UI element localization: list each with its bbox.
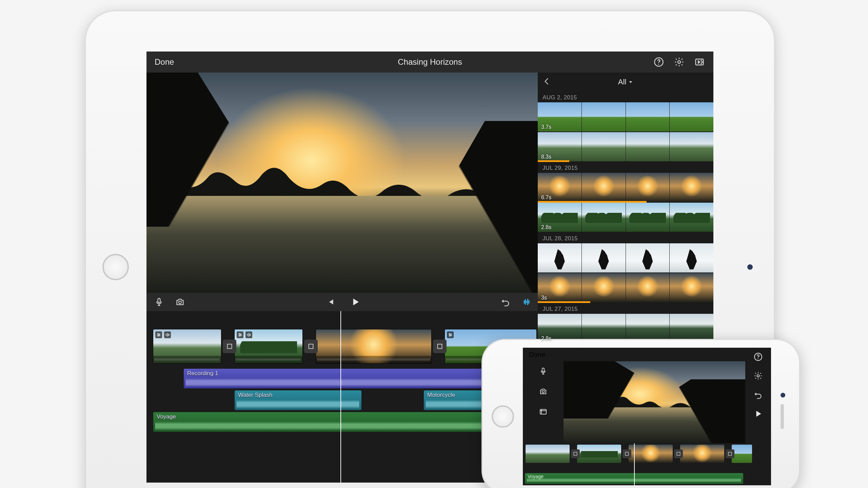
svg-rect-16 bbox=[309, 344, 313, 349]
preview-viewer[interactable] bbox=[146, 73, 539, 293]
timeline[interactable]: Recording 1 Water SplashMotorcycle Voyag… bbox=[146, 311, 539, 483]
playhead[interactable] bbox=[340, 311, 341, 483]
browser-clip[interactable]: 2.8s bbox=[538, 203, 713, 232]
phone-camera-icon[interactable] bbox=[538, 386, 548, 396]
phone-video-clip[interactable] bbox=[680, 445, 724, 463]
browser-date-header: JUL 27, 2015 bbox=[538, 303, 713, 314]
clip-duration: 3.7s bbox=[541, 124, 551, 130]
video-lane[interactable] bbox=[150, 326, 536, 367]
audio-waveform-icon[interactable] bbox=[521, 296, 532, 308]
svg-point-22 bbox=[757, 358, 758, 359]
phone-help-icon[interactable] bbox=[753, 352, 763, 362]
svg-rect-4 bbox=[158, 299, 160, 303]
phone-playhead[interactable] bbox=[634, 443, 635, 485]
topbar: Done Chasing Horizons bbox=[146, 52, 713, 73]
browser-bar: All bbox=[538, 73, 713, 92]
help-icon[interactable] bbox=[653, 56, 665, 68]
done-button[interactable]: Done bbox=[155, 57, 174, 67]
svg-rect-25 bbox=[625, 452, 628, 455]
microphone-icon[interactable] bbox=[153, 296, 165, 308]
mute-badge-icon bbox=[245, 331, 252, 338]
phone-topbar: Done bbox=[523, 348, 745, 361]
transition[interactable] bbox=[223, 340, 236, 353]
audio-clip-label: Water Splash bbox=[238, 392, 272, 398]
preview-toolbar bbox=[146, 293, 539, 311]
clip-duration: 6.7s bbox=[541, 195, 551, 201]
transition[interactable] bbox=[433, 340, 447, 353]
video-clip[interactable] bbox=[153, 329, 221, 363]
phone-media-icon[interactable] bbox=[538, 407, 548, 417]
iphone-camera bbox=[781, 393, 785, 398]
svg-rect-20 bbox=[540, 409, 546, 414]
phone-transition[interactable] bbox=[623, 449, 631, 458]
back-icon[interactable] bbox=[542, 77, 553, 87]
iphone-speaker bbox=[781, 404, 784, 429]
ipad-home-button[interactable] bbox=[102, 254, 129, 280]
browser-clip[interactable]: 3.7s bbox=[538, 102, 713, 132]
browser-date-header: JUL 28, 2015 bbox=[538, 232, 713, 243]
audio-clip-label: Recording 1 bbox=[187, 370, 218, 377]
phone-video-clip[interactable] bbox=[577, 445, 621, 463]
clip-duration: 8.3s bbox=[541, 154, 551, 160]
phone-video-clip[interactable] bbox=[629, 445, 673, 463]
audio-clip-label: Voyage bbox=[157, 413, 176, 420]
ipad-camera bbox=[747, 264, 753, 270]
svg-rect-17 bbox=[438, 344, 442, 349]
audio-clip[interactable]: Water Splash bbox=[235, 390, 361, 410]
svg-rect-27 bbox=[728, 452, 731, 455]
audio-lane-music[interactable]: Voyage bbox=[150, 412, 536, 432]
browser-clip[interactable]: 8.3s bbox=[538, 132, 713, 162]
phone-done-button[interactable]: Done bbox=[529, 351, 545, 359]
prev-frame-icon[interactable] bbox=[324, 296, 336, 308]
phone-transition[interactable] bbox=[674, 449, 683, 458]
phone-timeline[interactable]: Voyage bbox=[523, 443, 745, 485]
clip-duration: 2.8s bbox=[541, 336, 551, 342]
adjust-badge-icon bbox=[237, 331, 243, 338]
clip-duration: 3s bbox=[541, 295, 547, 301]
phone-video-clip[interactable] bbox=[732, 445, 752, 463]
svg-rect-24 bbox=[574, 452, 577, 455]
svg-point-5 bbox=[179, 301, 181, 304]
phone-right-rail bbox=[745, 348, 771, 485]
browser-clip[interactable] bbox=[538, 243, 713, 273]
phone-preview[interactable] bbox=[564, 361, 745, 443]
svg-rect-26 bbox=[677, 452, 680, 455]
clip-duration: 2.8s bbox=[541, 224, 551, 230]
phone-video-clip[interactable] bbox=[526, 445, 570, 463]
svg-rect-15 bbox=[228, 344, 232, 349]
camera-icon[interactable] bbox=[174, 296, 186, 308]
browser-body[interactable]: AUG 2, 20153.7s8.3sJUL 29, 20156.7s2.8sJ… bbox=[538, 92, 713, 373]
adjust-badge-icon bbox=[447, 331, 454, 338]
phone-microphone-icon[interactable] bbox=[538, 366, 548, 376]
browser-filter[interactable]: All bbox=[618, 78, 633, 86]
audio-lane-recording[interactable]: Recording 1 bbox=[150, 369, 536, 388]
video-clip[interactable] bbox=[316, 329, 431, 363]
browser-clip[interactable]: 6.7s bbox=[538, 173, 713, 203]
browser-date-header: JUL 29, 2015 bbox=[538, 162, 713, 173]
adjust-badge-icon bbox=[155, 331, 162, 338]
svg-point-2 bbox=[678, 61, 680, 63]
iphone-device: Done bbox=[481, 339, 800, 488]
phone-transition[interactable] bbox=[571, 449, 580, 458]
svg-point-19 bbox=[542, 391, 545, 393]
transition[interactable] bbox=[304, 340, 318, 353]
phone-undo-icon[interactable] bbox=[753, 390, 763, 400]
phone-transition[interactable] bbox=[726, 449, 734, 458]
audio-lane-sfx[interactable]: Water SplashMotorcycle bbox=[150, 390, 536, 410]
settings-icon[interactable] bbox=[673, 56, 685, 68]
audio-clip-label: Motorcycle bbox=[427, 392, 455, 398]
imovie-app-phone: Done bbox=[523, 348, 771, 485]
audio-clip[interactable]: Voyage bbox=[153, 412, 536, 432]
iphone-home-button[interactable] bbox=[492, 405, 514, 428]
phone-settings-icon[interactable] bbox=[753, 371, 763, 381]
undo-icon[interactable] bbox=[500, 296, 511, 308]
browser-clip[interactable]: 3s bbox=[538, 273, 713, 303]
play-icon[interactable] bbox=[350, 296, 361, 308]
video-clip[interactable] bbox=[235, 329, 302, 363]
phone-left-rail bbox=[523, 361, 564, 443]
phone-play-icon[interactable] bbox=[753, 409, 763, 419]
iphone-screen: Done bbox=[523, 348, 771, 485]
svg-rect-18 bbox=[542, 368, 544, 372]
share-icon[interactable] bbox=[694, 56, 705, 68]
svg-point-23 bbox=[757, 375, 760, 377]
